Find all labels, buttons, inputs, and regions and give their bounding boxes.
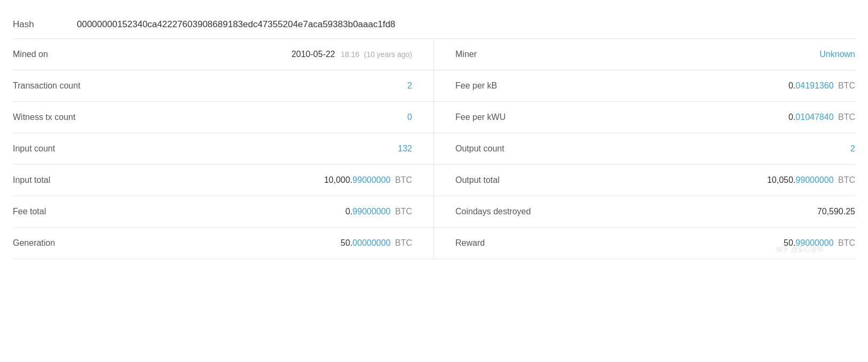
output-count-value[interactable]: 2 — [850, 144, 855, 154]
miner-label: Miner — [455, 50, 477, 59]
fee-per-kwu-main: 0. — [788, 112, 795, 122]
hash-label: Hash — [13, 19, 56, 30]
generation-highlight: 00000000 — [352, 238, 390, 247]
mined-on-label: Mined on — [13, 50, 48, 59]
fee-total-row: Fee total 0.99000000 BTC — [13, 196, 434, 228]
input-total-value: 10,000.99000000 BTC — [324, 175, 412, 185]
reward-row: Reward 50.99000000 BTC 知乎 @安心读书 — [434, 228, 855, 259]
fee-per-kwu-row: Fee per kWU 0.01047840 BTC — [434, 102, 855, 133]
generation-main: 50. — [341, 238, 352, 247]
generation-label: Generation — [13, 238, 55, 248]
input-total-main: 10,000. — [324, 175, 352, 184]
hash-value: 00000000152340ca42227603908689183edc4735… — [77, 19, 396, 30]
fee-per-kwu-suffix: BTC — [836, 112, 855, 122]
input-count-row: Input count 132 — [13, 133, 434, 165]
coindays-destroyed-label: Coindays destroyed — [455, 207, 531, 216]
output-total-row: Output total 10,050.99000000 BTC — [434, 165, 855, 196]
reward-suffix: BTC — [836, 238, 855, 247]
fee-total-suffix: BTC — [393, 207, 412, 216]
fields-grid: Mined on 2010-05-22 18:16 (10 years ago)… — [13, 39, 855, 259]
fee-per-kb-label: Fee per kB — [455, 81, 497, 91]
mined-on-row: Mined on 2010-05-22 18:16 (10 years ago) — [13, 39, 434, 70]
transaction-count-value[interactable]: 2 — [407, 81, 412, 91]
output-total-label: Output total — [455, 175, 500, 185]
fee-total-label: Fee total — [13, 207, 46, 216]
output-count-row: Output count 2 — [434, 133, 855, 165]
fee-total-highlight: 99000000 — [352, 207, 390, 216]
transaction-count-label: Transaction count — [13, 81, 81, 91]
witness-tx-count-row: Witness tx count 0 — [13, 102, 434, 133]
miner-value[interactable]: Unknown — [819, 50, 855, 59]
witness-tx-count-value[interactable]: 0 — [407, 112, 412, 122]
reward-label: Reward — [455, 238, 485, 248]
witness-tx-count-label: Witness tx count — [13, 112, 75, 122]
mined-on-value: 2010-05-22 18:16 (10 years ago) — [291, 50, 412, 59]
output-count-label: Output count — [455, 144, 504, 154]
fee-per-kwu-highlight: 01047840 — [795, 112, 833, 122]
mined-on-ago: (10 years ago) — [364, 50, 412, 59]
fee-per-kb-value: 0.04191360 BTC — [788, 81, 855, 91]
fee-per-kb-highlight: 04191360 — [795, 81, 833, 90]
output-total-suffix: BTC — [836, 175, 855, 184]
fee-total-value: 0.99000000 BTC — [345, 207, 412, 216]
input-total-label: Input total — [13, 175, 50, 185]
fee-per-kwu-label: Fee per kWU — [455, 112, 506, 122]
fee-per-kwu-value: 0.01047840 BTC — [788, 112, 855, 122]
mined-on-date: 2010-05-22 — [291, 50, 335, 59]
block-detail-page: Hash 00000000152340ca42227603908689183ed… — [0, 0, 868, 270]
input-total-row: Input total 10,000.99000000 BTC — [13, 165, 434, 196]
input-total-highlight: 99000000 — [352, 175, 390, 184]
output-total-highlight: 99000000 — [795, 175, 833, 184]
watermark: 知乎 @安心读书 — [776, 245, 823, 254]
input-count-value[interactable]: 132 — [398, 144, 412, 154]
generation-suffix: BTC — [393, 238, 412, 247]
transaction-count-row: Transaction count 2 — [13, 70, 434, 102]
fee-per-kb-suffix: BTC — [836, 81, 855, 90]
miner-row: Miner Unknown — [434, 39, 855, 70]
fee-per-kb-main: 0. — [788, 81, 795, 90]
input-count-label: Input count — [13, 144, 55, 154]
generation-value: 50.00000000 BTC — [341, 238, 412, 248]
hash-row: Hash 00000000152340ca42227603908689183ed… — [13, 11, 855, 39]
output-total-value: 10,050.99000000 BTC — [767, 175, 855, 185]
output-total-main: 10,050. — [767, 175, 795, 184]
input-total-suffix: BTC — [393, 175, 412, 184]
mined-on-time: 18:16 — [341, 50, 359, 59]
coindays-destroyed-value: 70,590.25 — [817, 207, 855, 216]
fee-per-kb-row: Fee per kB 0.04191360 BTC — [434, 70, 855, 102]
coindays-destroyed-row: Coindays destroyed 70,590.25 — [434, 196, 855, 228]
generation-row: Generation 50.00000000 BTC — [13, 228, 434, 259]
fee-total-main: 0. — [345, 207, 352, 216]
